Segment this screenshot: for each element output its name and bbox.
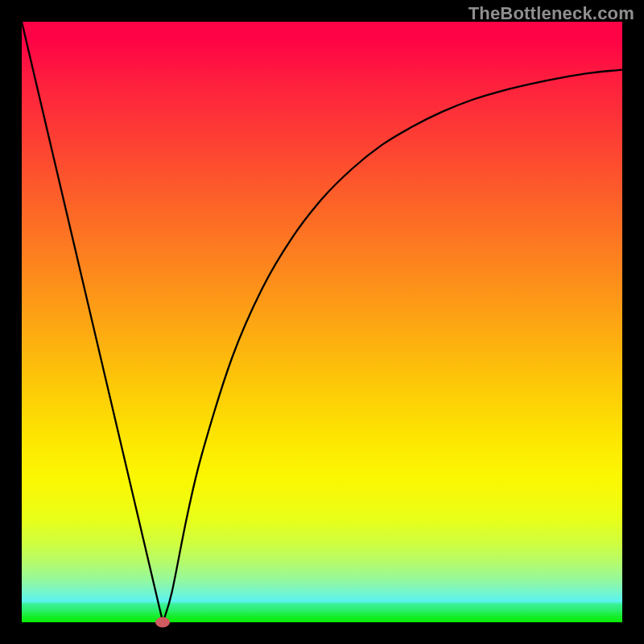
chart-gradient-background <box>22 22 622 622</box>
chart-frame <box>22 22 622 622</box>
curve-minimum-marker <box>155 617 170 628</box>
watermark-text: TheBottleneck.com <box>469 3 634 24</box>
